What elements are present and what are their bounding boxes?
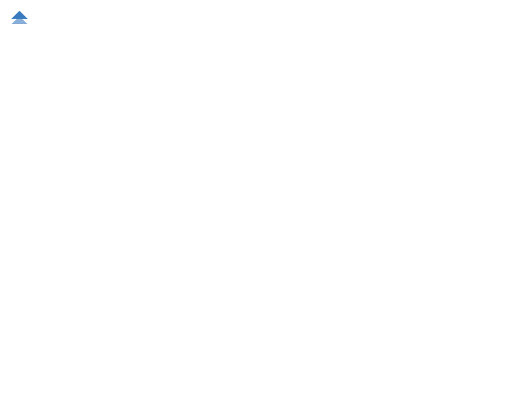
logo: [10, 11, 28, 30]
logo-icon: [11, 11, 28, 27]
page-header: [10, 7, 522, 30]
